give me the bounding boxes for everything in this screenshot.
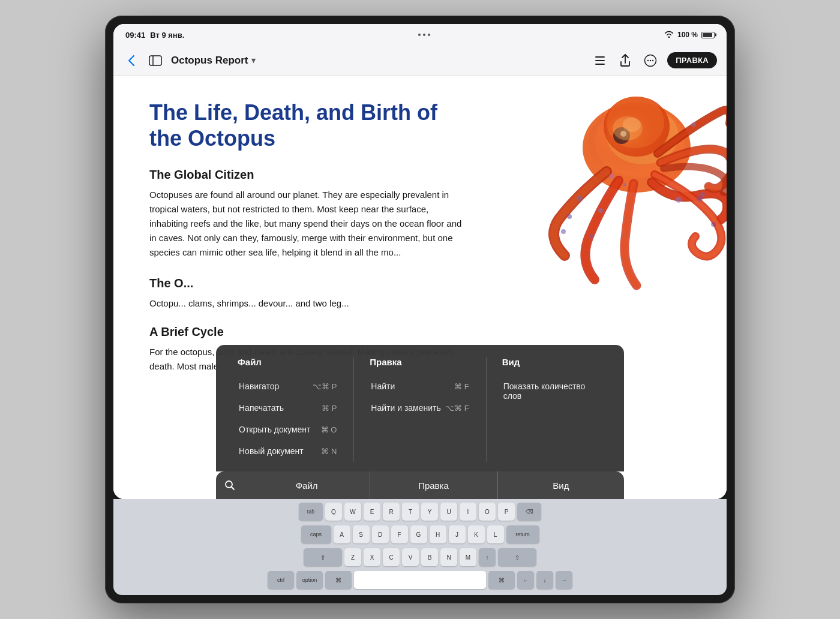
sidebar-button[interactable] — [147, 52, 164, 69]
nav-bar: Octopus Report ▾ — [113, 46, 727, 76]
key-shift-right[interactable]: ⇧ — [498, 548, 536, 566]
menu-bar-search-icon[interactable] — [216, 471, 244, 499]
share-icon[interactable] — [617, 52, 634, 69]
key-backspace[interactable]: ⌫ — [517, 503, 541, 521]
svg-line-32 — [232, 487, 235, 490]
ipad-screen: 09:41 Вт 9 янв. 100 % — [113, 24, 727, 499]
key-l[interactable]: L — [487, 525, 504, 543]
key-z[interactable]: Z — [344, 548, 361, 566]
dropdown-file-header: Файл — [234, 357, 341, 367]
svg-point-17 — [567, 214, 572, 219]
document-title-nav[interactable]: Octopus Report ▾ — [171, 55, 256, 67]
section3-heading: A Brief Cycle — [149, 325, 691, 339]
key-option[interactable]: option — [296, 571, 323, 589]
key-d[interactable]: D — [372, 525, 389, 543]
key-h[interactable]: H — [430, 525, 446, 543]
menu-bar-file[interactable]: Файл — [244, 471, 370, 499]
key-caps[interactable]: caps — [301, 525, 331, 543]
key-b[interactable]: B — [421, 548, 438, 566]
key-q[interactable]: Q — [325, 503, 342, 521]
key-g[interactable]: G — [410, 525, 427, 543]
key-k[interactable]: K — [468, 525, 485, 543]
key-f[interactable]: F — [391, 525, 408, 543]
wifi-icon — [664, 31, 674, 40]
ipad-device: 09:41 Вт 9 янв. 100 % — [105, 16, 735, 603]
status-time: 09:41 — [125, 31, 145, 40]
key-u[interactable]: U — [440, 503, 457, 521]
status-dot-2 — [423, 34, 425, 36]
key-cmd-right[interactable]: ⌘ — [488, 571, 515, 589]
svg-point-19 — [598, 208, 603, 213]
key-w[interactable]: W — [344, 503, 361, 521]
menu-bar-view[interactable]: Вид — [498, 471, 624, 499]
col-divider-2 — [486, 357, 487, 462]
key-t[interactable]: T — [402, 503, 419, 521]
menu-item-open-doc[interactable]: Открыть документ ⌘ O — [234, 419, 341, 440]
svg-point-16 — [577, 196, 583, 202]
keyboard-area: tab Q W E R T Y U I O P ⌫ caps A S D F G… — [113, 499, 727, 595]
key-s[interactable]: S — [353, 525, 370, 543]
chevron-down-icon: ▾ — [251, 56, 256, 65]
svg-point-20 — [589, 234, 594, 239]
menu-bar-edit[interactable]: Правка — [370, 471, 497, 499]
battery-percent: 100 % — [677, 31, 698, 39]
key-m[interactable]: M — [460, 548, 476, 566]
key-y[interactable]: Y — [421, 503, 438, 521]
section2-body: Octopu... clams, shrimps... devour... an… — [149, 296, 447, 311]
svg-point-24 — [697, 196, 703, 202]
svg-point-7 — [650, 59, 651, 61]
document-main-title: The Life, Death, and Birth of the Octopu… — [149, 100, 447, 151]
menu-item-word-count[interactable]: Показать количество слов — [499, 375, 606, 407]
key-ctrl[interactable]: ctrl — [268, 571, 294, 589]
svg-point-21 — [676, 197, 682, 203]
key-tab[interactable]: tab — [299, 503, 323, 521]
key-e[interactable]: E — [364, 503, 380, 521]
more-icon[interactable] — [642, 52, 659, 69]
octopus-image — [481, 76, 727, 292]
menu-item-find[interactable]: Найти ⌘ F — [366, 375, 473, 397]
key-return[interactable]: return — [506, 525, 539, 543]
key-r[interactable]: R — [383, 503, 400, 521]
list-icon[interactable] — [592, 52, 608, 69]
battery-icon — [701, 32, 715, 38]
context-menu-overlay: Файл Навигатор ⌥⌘ P Напечатать ⌘ P — [113, 343, 727, 499]
menu-item-new-doc[interactable]: Новый документ ⌘ N — [234, 440, 341, 462]
svg-point-30 — [587, 106, 683, 184]
svg-rect-0 — [149, 56, 161, 65]
menu-bar: Файл Правка Вид — [216, 471, 624, 499]
key-space[interactable] — [354, 571, 486, 589]
status-dot-3 — [428, 34, 430, 36]
key-right[interactable]: → — [556, 571, 572, 589]
key-o[interactable]: O — [479, 503, 496, 521]
key-up[interactable]: ↑ — [479, 548, 496, 566]
menu-item-print[interactable]: Напечатать ⌘ P — [234, 397, 341, 419]
key-v[interactable]: V — [402, 548, 419, 566]
key-j[interactable]: J — [449, 525, 466, 543]
document-content: The Life, Death, and Birth of the Octopu… — [113, 76, 727, 499]
key-a[interactable]: A — [334, 525, 350, 543]
back-button[interactable] — [123, 52, 140, 69]
key-i[interactable]: I — [460, 503, 476, 521]
svg-point-18 — [561, 229, 566, 234]
status-dot-1 — [418, 34, 421, 36]
key-down[interactable]: ↓ — [536, 571, 553, 589]
nav-title-text: Octopus Report — [171, 55, 248, 67]
key-n[interactable]: N — [440, 548, 457, 566]
key-x[interactable]: X — [364, 548, 380, 566]
svg-point-25 — [711, 222, 716, 227]
dropdown-edit-header: Правка — [366, 357, 473, 367]
key-shift-left[interactable]: ⇧ — [304, 548, 342, 566]
col-divider-1 — [353, 357, 354, 462]
svg-point-6 — [647, 59, 649, 61]
menu-item-navigator[interactable]: Навигатор ⌥⌘ P — [234, 375, 341, 397]
svg-point-23 — [691, 122, 696, 127]
key-cmd-left[interactable]: ⌘ — [325, 571, 352, 589]
key-p[interactable]: P — [498, 503, 515, 521]
status-bar: 09:41 Вт 9 янв. 100 % — [113, 24, 727, 46]
dropdown-panel: Файл Навигатор ⌥⌘ P Напечатать ⌘ P — [216, 345, 624, 471]
dropdown-view-header: Вид — [499, 357, 606, 367]
key-c[interactable]: C — [383, 548, 400, 566]
key-left[interactable]: ← — [517, 571, 534, 589]
pravka-button[interactable]: ПРАВКА — [667, 52, 717, 68]
menu-item-find-replace[interactable]: Найти и заменить ⌥⌘ F — [366, 397, 473, 419]
